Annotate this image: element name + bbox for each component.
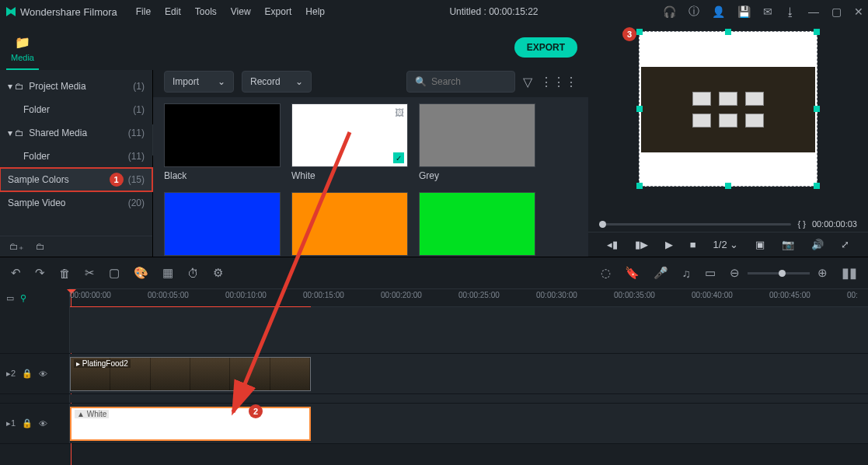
resize-handle[interactable] bbox=[725, 183, 731, 189]
lock-icon[interactable]: 🔒 bbox=[22, 369, 33, 379]
timeline-ruler[interactable]: ✂ 00:00:00:0000:00:05:0000:00:10:0000:00… bbox=[70, 288, 868, 307]
zoom-in-icon[interactable]: ⊕ bbox=[817, 266, 828, 280]
download-icon[interactable]: ⭳ bbox=[785, 5, 796, 18]
mixer-icon[interactable]: ♫ bbox=[682, 267, 691, 280]
zoom-out-icon[interactable]: ⊖ bbox=[730, 266, 740, 280]
record-dropdown[interactable]: Record⌄ bbox=[242, 71, 312, 93]
overlay-track[interactable]: ▸1 🔒 👁 ▲ White bbox=[0, 404, 868, 444]
color-thumb-orange[interactable]: Orange bbox=[291, 192, 408, 257]
menu-tools[interactable]: Tools bbox=[195, 6, 217, 17]
play-icon[interactable]: ▶ bbox=[665, 239, 673, 250]
tab-titles[interactable]: TTitles bbox=[214, 24, 243, 60]
color-icon[interactable]: 🎨 bbox=[134, 266, 148, 280]
track-icon[interactable]: ▭ bbox=[705, 266, 716, 280]
tree-sample-video[interactable]: Sample Video(20) bbox=[0, 191, 152, 215]
info-icon[interactable]: ⓘ bbox=[688, 5, 699, 19]
greenscreen-icon[interactable]: ▦ bbox=[162, 266, 173, 280]
mail-icon[interactable]: ✉ bbox=[763, 5, 772, 18]
maximize-icon[interactable]: ▢ bbox=[831, 5, 842, 18]
step-back-icon[interactable]: ◂▮ bbox=[607, 239, 618, 250]
cut-icon[interactable]: ✂ bbox=[85, 266, 95, 280]
zoom-slider[interactable] bbox=[748, 272, 810, 274]
visibility-icon[interactable]: 👁 bbox=[39, 419, 47, 428]
safe-zone-icon[interactable]: ▣ bbox=[755, 239, 765, 250]
sync-icon[interactable]: ▭ bbox=[6, 293, 14, 303]
grid-view-icon[interactable]: ⋮⋮⋮ bbox=[540, 75, 577, 89]
search-field[interactable]: 🔍 bbox=[406, 71, 515, 93]
redo-icon[interactable]: ↷ bbox=[35, 266, 45, 280]
resize-handle[interactable] bbox=[814, 29, 820, 35]
search-input[interactable] bbox=[431, 76, 507, 87]
new-folder-icon[interactable]: 🗀₊ bbox=[9, 241, 23, 252]
volume-icon[interactable]: 🔊 bbox=[811, 239, 824, 250]
speed-dropdown[interactable]: 1/2 ⌄ bbox=[713, 239, 739, 250]
tab-effects[interactable]: ✦Effects bbox=[330, 23, 365, 60]
import-dropdown[interactable]: Import⌄ bbox=[164, 71, 234, 93]
resize-handle[interactable] bbox=[636, 29, 643, 35]
visibility-icon[interactable]: 👁 bbox=[39, 369, 47, 379]
color-thumb-blue[interactable]: Blue bbox=[164, 192, 281, 257]
tree-project-media[interactable]: ▾ 🗀 Project Media(1) bbox=[0, 75, 152, 98]
menu-help[interactable]: Help bbox=[305, 6, 325, 17]
stop-icon[interactable]: ▮▶ bbox=[635, 239, 648, 250]
tab-transition[interactable]: ⤨Transition bbox=[263, 23, 310, 60]
video-clip[interactable]: ▸ PlatingFood2 bbox=[70, 357, 311, 391]
white-clip[interactable]: ▲ White bbox=[70, 407, 311, 441]
menu-export[interactable]: Export bbox=[265, 6, 292, 17]
preview-slider-row: { } 00:00:00:03 bbox=[588, 216, 868, 232]
preview-canvas[interactable]: 3 bbox=[639, 31, 817, 187]
tab-elements[interactable]: ❐Elements bbox=[385, 23, 431, 60]
tab-audio[interactable]: ♫Audio bbox=[162, 24, 193, 60]
color-thumb-white[interactable]: 🖼✓White bbox=[291, 103, 408, 181]
export-button[interactable]: EXPORT bbox=[514, 37, 577, 58]
tree-sample-colors[interactable]: Sample Colors1(15) bbox=[0, 168, 152, 191]
magnet-icon[interactable]: ⚲ bbox=[20, 293, 26, 303]
tab-media[interactable]: 📁Media bbox=[6, 32, 39, 70]
track-menu-icon[interactable]: ▸1 bbox=[6, 418, 16, 428]
adjust-icon[interactable]: ⚙ bbox=[213, 266, 223, 280]
lock-icon[interactable]: 🔒 bbox=[22, 418, 33, 428]
snapshot-icon[interactable]: 📷 bbox=[782, 239, 794, 250]
menu-edit[interactable]: Edit bbox=[165, 6, 181, 17]
minimize-icon[interactable]: — bbox=[808, 5, 819, 18]
pause-icon[interactable]: ■ bbox=[690, 239, 696, 250]
color-thumb-black[interactable]: Black bbox=[164, 103, 281, 181]
color-thumb-grey[interactable]: Grey bbox=[419, 103, 535, 181]
headset-icon[interactable]: 🎧 bbox=[663, 5, 676, 18]
overlay-track-head: ▸1 🔒 👁 bbox=[0, 404, 70, 443]
overlay-track-body[interactable]: ▲ White bbox=[70, 404, 868, 443]
undo-icon[interactable]: ↶ bbox=[11, 266, 21, 280]
track-menu-icon[interactable]: ▸2 bbox=[6, 369, 16, 379]
resize-handle[interactable] bbox=[814, 183, 820, 189]
mic-icon[interactable]: 🎤 bbox=[654, 266, 668, 280]
filter-icon[interactable]: ▽ bbox=[523, 75, 532, 89]
resize-handle[interactable] bbox=[636, 183, 643, 189]
resize-handle[interactable] bbox=[725, 29, 731, 35]
tree-shared-folder[interactable]: Folder(11) bbox=[0, 145, 152, 168]
menu-file[interactable]: File bbox=[136, 6, 151, 17]
fit-icon[interactable]: ▮▮ bbox=[842, 264, 857, 281]
save-icon[interactable]: 💾 bbox=[737, 5, 751, 18]
speed-icon[interactable]: ⏱ bbox=[187, 267, 199, 280]
crop-icon[interactable]: ▢ bbox=[109, 266, 120, 280]
color-thumb-green[interactable]: Green bbox=[419, 192, 535, 257]
tree-project-folder[interactable]: Folder(1) bbox=[0, 98, 152, 121]
delete-icon[interactable]: 🗑 bbox=[59, 267, 71, 280]
close-icon[interactable]: ✕ bbox=[854, 5, 863, 18]
render-icon[interactable]: ◌ bbox=[601, 266, 611, 280]
resize-handle[interactable] bbox=[814, 106, 820, 112]
menu-view[interactable]: View bbox=[231, 6, 251, 17]
fullscreen-icon[interactable]: ⤢ bbox=[841, 239, 849, 250]
marker-icon[interactable]: 🔖 bbox=[625, 266, 640, 280]
tree-shared-media[interactable]: ▾ 🗀 Shared Media(11) bbox=[0, 121, 152, 145]
preview-scrubber[interactable] bbox=[599, 223, 791, 226]
video-track-body[interactable]: ▸ PlatingFood2 bbox=[70, 354, 868, 393]
ruler-mark: 00: bbox=[847, 291, 858, 299]
color-label: White bbox=[291, 170, 408, 181]
user-icon[interactable]: 👤 bbox=[712, 5, 725, 18]
resize-handle[interactable] bbox=[636, 106, 643, 112]
open-folder-icon[interactable]: 🗀 bbox=[36, 241, 45, 252]
video-track[interactable]: ▸2 🔒 👁 ▸ PlatingFood2 bbox=[0, 354, 868, 394]
color-swatch bbox=[419, 103, 535, 167]
tab-splitscreen[interactable]: ▦Split Screen bbox=[451, 23, 506, 60]
